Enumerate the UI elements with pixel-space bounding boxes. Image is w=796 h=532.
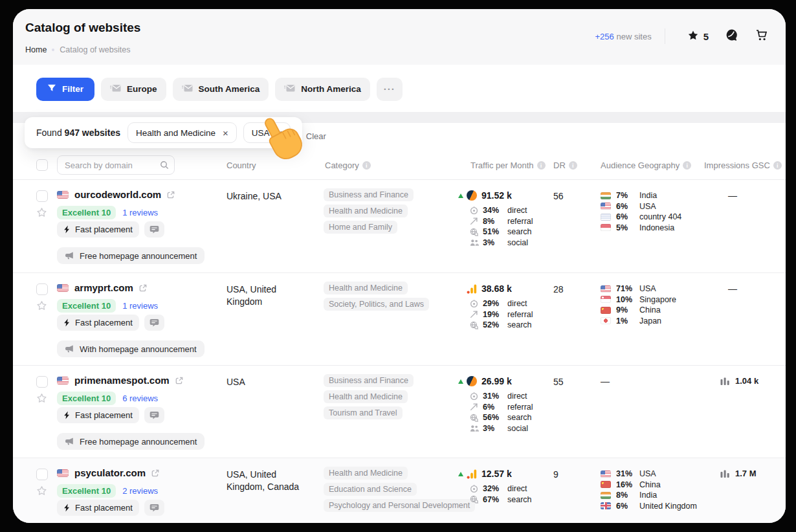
rating-line: Excellent 106 reviews <box>57 392 158 405</box>
domain-link[interactable]: armyprt.com <box>74 282 133 293</box>
traffic-breakdown: 32%direct67%search <box>470 483 532 505</box>
preset-chip-north-america[interactable]: North America <box>275 78 370 101</box>
search-input[interactable] <box>57 155 175 175</box>
geo-pct: 1% <box>616 316 639 326</box>
row-checkbox[interactable] <box>36 283 48 295</box>
announcement-label: With homepage announcement <box>80 344 197 354</box>
domain-link[interactable]: primenamespot.com <box>74 375 170 386</box>
geo-country: country 404 <box>639 212 681 221</box>
traffic-source-label: referral <box>507 217 533 226</box>
favorite-star-icon[interactable] <box>36 485 47 496</box>
traffic-source-line: 8%referral <box>470 216 533 227</box>
info-icon[interactable]: i <box>362 161 371 170</box>
category-pill: Health and Medicine <box>324 282 408 294</box>
category-pill: Health and Medicine <box>324 205 408 217</box>
external-link-icon[interactable] <box>151 469 159 477</box>
comment-button[interactable] <box>144 407 164 423</box>
traffic-source-pct: 3% <box>483 424 507 433</box>
traffic-source-line: 6%referral <box>470 402 533 413</box>
info-icon[interactable]: i <box>773 161 782 170</box>
traffic-source-label: social <box>507 424 528 433</box>
traffic-source-pct: 52% <box>483 320 507 329</box>
traffic-value-line: 38.68 k <box>458 283 512 294</box>
traffic-source-label: referral <box>507 310 533 319</box>
traffic-source-line: 56%search <box>470 412 533 423</box>
traffic-source-label: direct <box>507 484 527 493</box>
speech-bubble-icon <box>149 318 159 327</box>
active-filter-chips: Health and Medicine×USA× <box>127 122 291 143</box>
reviews-link[interactable]: 1 reviews <box>122 208 158 217</box>
direct-source-icon <box>470 300 479 308</box>
traffic-source-pct: 6% <box>483 403 507 412</box>
external-link-icon[interactable] <box>175 377 183 384</box>
category-pill: Health and Medicine <box>324 390 408 403</box>
info-icon[interactable]: i <box>683 161 691 170</box>
flag-unknown-icon <box>601 214 611 221</box>
preset-chip-europe[interactable]: Europe <box>101 78 166 101</box>
preset-chip-south-america[interactable]: South America <box>173 78 269 101</box>
traffic-breakdown: 29%direct19%referral52%search <box>470 298 533 331</box>
flag-india-icon <box>601 492 611 499</box>
filter-button[interactable]: Filter <box>36 78 94 101</box>
category-pill: Business and Finance <box>324 188 414 201</box>
external-link-icon[interactable] <box>167 191 175 199</box>
info-icon[interactable]: i <box>537 161 546 170</box>
select-all-checkbox[interactable] <box>36 159 48 171</box>
announcement-badge: Free homepage announcement <box>57 433 205 450</box>
reviews-link[interactable]: 1 reviews <box>122 301 158 311</box>
category-cell: Health and MedicineEducation and Science… <box>324 467 475 512</box>
domain-link[interactable]: ourcodeworld.com <box>74 189 161 200</box>
dr-value: 28 <box>553 284 564 294</box>
reviews-link[interactable]: 2 reviews <box>122 486 158 496</box>
geo-pct: 10% <box>616 295 639 304</box>
domain-line: ourcodeworld.com <box>57 189 175 200</box>
favorite-star-icon[interactable] <box>36 393 47 404</box>
chat-button[interactable] <box>725 28 738 44</box>
top-bar: Catalog of websites Home Catalog of webs… <box>13 9 786 65</box>
new-sites-link[interactable]: +256 new sites <box>595 32 652 41</box>
breadcrumb-home[interactable]: Home <box>25 45 47 54</box>
favorites-button[interactable]: 5 <box>687 30 709 43</box>
impressions-value: 1.7 M <box>735 469 757 478</box>
rating-line: Excellent 101 reviews <box>57 299 158 313</box>
geo-pct: 6% <box>616 202 639 211</box>
comment-button[interactable] <box>144 221 164 238</box>
comment-button[interactable] <box>144 315 164 331</box>
fast-placement-label: Fast placement <box>75 318 133 327</box>
traffic-source-pct: 51% <box>483 227 507 236</box>
announcement-label: Free homepage announcement <box>80 251 197 261</box>
filter-bar: Filter EuropeSouth AmericaNorth America … <box>13 65 786 112</box>
megaphone-icon <box>65 438 74 445</box>
filter-chip: Health and Medicine× <box>127 122 237 143</box>
geo-line: 9%China <box>601 305 676 316</box>
funnel-icon <box>47 84 56 94</box>
geo-country: Singapore <box>639 295 676 304</box>
found-count: 947 <box>65 127 80 138</box>
row-checkbox[interactable] <box>36 190 48 202</box>
comment-button[interactable] <box>144 500 164 516</box>
search-source-icon <box>470 414 479 422</box>
remove-filter-icon[interactable]: × <box>223 128 228 138</box>
flag-usa-icon <box>601 285 611 293</box>
trend-up-icon <box>458 194 463 198</box>
favorite-star-icon[interactable] <box>36 207 47 218</box>
domain-line: primenamespot.com <box>57 375 183 386</box>
search-source-icon <box>470 495 479 504</box>
traffic-source-label: search <box>507 413 532 422</box>
row-checkbox[interactable] <box>36 376 48 388</box>
domain-link[interactable]: psyculator.com <box>74 467 146 478</box>
info-icon[interactable]: i <box>569 161 577 170</box>
external-link-icon[interactable] <box>139 284 147 292</box>
traffic-source-pct: 3% <box>483 238 507 247</box>
remove-filter-icon[interactable]: × <box>277 128 283 138</box>
row-checkbox[interactable] <box>36 469 48 480</box>
cart-button[interactable] <box>755 29 769 44</box>
flag-usa-icon <box>57 284 69 292</box>
more-presets-button[interactable]: ··· <box>377 78 403 101</box>
geo-line: 6%country 404 <box>601 212 681 223</box>
favorite-star-icon[interactable] <box>36 300 47 311</box>
impressions-gsc: 1.7 M <box>720 469 757 478</box>
table-row: ourcodeworld.comExcellent 101 reviewsFas… <box>13 180 786 272</box>
dr-value: 9 <box>553 469 558 480</box>
reviews-link[interactable]: 6 reviews <box>122 393 158 403</box>
